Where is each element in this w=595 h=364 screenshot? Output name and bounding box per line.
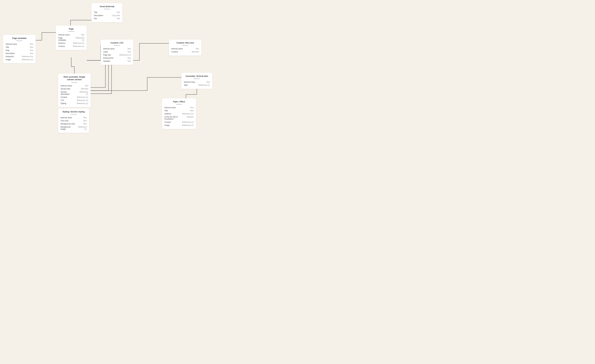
row-value: Reference (1) [22,59,33,61]
row-label: Internal name [171,48,183,50]
row-label: Title [94,11,97,14]
card-asset: Asset (internal) Title Text Description … [92,3,122,22]
row-value: Text [127,57,131,59]
row-value: Reference (1) [77,126,87,130]
row-label: Internal name [61,85,72,87]
card-topic-office-title: Topic: Office [164,101,193,103]
row-value: Text [83,117,87,119]
card-content-cta-title: Content: CTA [103,42,131,44]
row-value: Text [83,120,87,122]
table-row: External link Text [103,56,131,60]
table-row: Content Reference (n) [58,45,84,48]
card-assembly-vtabs-divider [194,78,200,79]
card-page-divider [68,31,74,32]
table-row: Description Text [6,52,33,55]
card-content-cta-divider [114,45,120,46]
table-row: Keywords Reference (n) [6,55,33,58]
row-label: Slug [6,49,9,51]
card-page-metadata-title: Page metadata [6,37,33,39]
card-styling: Styling: Section styling Internal name T… [58,108,89,133]
table-row: Image Reference (1) [164,124,193,127]
card-styling-title: Styling: Section styling [61,110,87,113]
row-value: Reference (n) [73,42,84,44]
row-label: Sections [58,42,65,44]
row-value: Text [81,34,84,36]
row-label: Section description [61,91,75,95]
table-row: Image Reference (1) [6,58,33,61]
row-label: Internal name [164,107,176,109]
table-row: Content RichText [171,50,199,53]
row-value: RichText [81,88,88,90]
table-row: CTA Reference (1) [61,99,88,102]
row-label: Content [61,96,67,98]
card-topic-office: Topic: Office Internal name Text Title T… [162,98,196,129]
row-label: Tabs [184,84,188,86]
row-value: Text [190,107,193,109]
row-value: Text [127,51,131,53]
table-row: Label Text [103,50,131,53]
table-row: File File [94,17,120,20]
table-row: Address Reference (n) [164,112,193,115]
table-row: Title Text [164,109,193,112]
table-row: Page metadata Reference (1) [58,36,84,42]
row-value: Reference (n) [22,55,33,58]
row-label: External link [103,57,113,59]
table-row: Internal name Text [164,106,193,109]
row-label: Image [164,124,170,126]
row-value: Reference (1) [120,54,131,56]
row-value: Text [127,60,131,62]
table-row: Internal name Text [171,47,199,50]
row-value: Reference (1) [198,84,210,86]
row-value: Text [85,85,88,87]
row-label: Content [171,51,178,53]
card-assembly-vtabs: Assembly: Vertical tabs Internal name Te… [181,73,212,89]
card-styling-divider [71,114,77,115]
row-label: File [94,18,97,20]
row-value: Reference (1) [182,124,193,126]
row-label: Title [6,46,9,48]
table-row: Styling Reference (1) [61,102,88,105]
table-row: Slug Text [6,49,33,52]
row-label: Page link [103,54,111,56]
row-value: Long Text [112,14,120,17]
table-row: Background color Text [61,122,87,125]
table-row: Tabs Reference (1) [184,84,210,87]
row-label: Internal name [61,117,72,119]
table-row: Text color Text [61,119,87,122]
card-content-rich-text: Content: Rich text Internal name Text Co… [169,40,201,55]
row-value: Text [83,123,87,125]
row-label: Label [103,51,108,53]
table-row: Section title RichText [61,87,88,90]
table-row: Title Text [6,46,33,49]
row-value: Reference (1) [77,99,88,101]
table-row: Internal name Text [61,84,88,87]
row-label: Is this the HQ of Fourthline? [164,116,184,120]
row-value: Reference (n) [77,96,88,98]
row-label: Internal name [103,48,114,50]
row-label: CTA [61,99,64,101]
row-value: Text [30,49,33,51]
card-content-rich-text-divider [182,45,188,46]
row-value: Text [30,46,33,48]
row-value: Boolean [187,116,193,120]
table-row: Description Long Text [94,14,120,17]
row-value: RichText [192,51,199,53]
row-label: Styling [61,102,66,104]
table-row: Sections Reference (n) [58,42,84,45]
table-row: Is this the HQ of Fourthline? Boolean [164,115,193,121]
card-page-metadata: Page metadata Internal name Text Title T… [3,35,36,63]
table-row: Title Text [94,11,120,14]
card-root-assembly-divider [71,82,78,83]
row-label: Page metadata [58,37,70,41]
row-value: Text [190,110,193,112]
table-row: Variation Text [103,60,131,63]
row-label: Description [6,52,15,55]
card-page: Page Internal name Text Page metadata Re… [56,26,87,50]
row-label: Section title [61,88,70,90]
card-page-metadata-divider [16,41,22,41]
row-value: Reference (n) [182,121,193,123]
row-value: Text [30,43,33,45]
row-value: Text [30,52,33,55]
row-label: Image [6,59,11,61]
row-label: Title [164,110,168,112]
